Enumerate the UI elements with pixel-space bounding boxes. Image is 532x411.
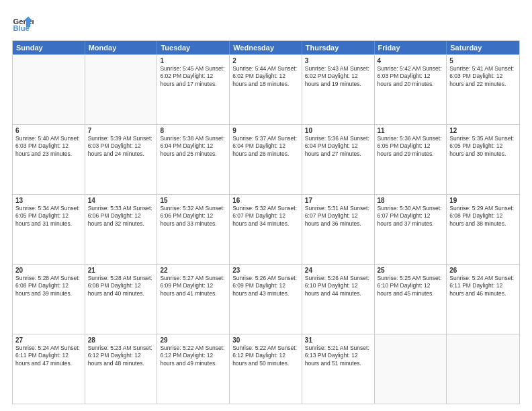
day-number: 10 [305, 127, 371, 134]
calendar-day-7: 7Sunrise: 5:39 AM Sunset: 6:03 PM Daylig… [85, 125, 158, 194]
day-of-week-thursday: Thursday [302, 41, 375, 54]
day-info: Sunrise: 5:39 AM Sunset: 6:03 PM Dayligh… [88, 135, 154, 158]
calendar-day-22: 22Sunrise: 5:27 AM Sunset: 6:09 PM Dayli… [157, 265, 230, 334]
calendar-day-16: 16Sunrise: 5:32 AM Sunset: 6:07 PM Dayli… [230, 195, 302, 264]
logo-icon: General Blue [12, 12, 34, 34]
day-info: Sunrise: 5:31 AM Sunset: 6:07 PM Dayligh… [305, 205, 371, 228]
calendar-day-12: 12Sunrise: 5:35 AM Sunset: 6:05 PM Dayli… [447, 125, 519, 194]
day-number: 7 [88, 127, 154, 134]
day-number: 14 [88, 197, 154, 204]
day-number: 29 [160, 336, 226, 344]
calendar-week-5: 27Sunrise: 5:24 AM Sunset: 6:11 PM Dayli… [13, 334, 519, 404]
page: General Blue SundayMondayTuesdayWednesda… [0, 0, 532, 411]
day-info: Sunrise: 5:37 AM Sunset: 6:04 PM Dayligh… [232, 135, 299, 158]
calendar-day-18: 18Sunrise: 5:30 AM Sunset: 6:07 PM Dayli… [375, 195, 447, 264]
day-of-week-sunday: Sunday [13, 41, 85, 54]
empty-cell [85, 55, 158, 124]
calendar-day-9: 9Sunrise: 5:37 AM Sunset: 6:04 PM Daylig… [230, 125, 302, 194]
calendar-day-27: 27Sunrise: 5:24 AM Sunset: 6:11 PM Dayli… [13, 334, 85, 404]
day-number: 24 [305, 267, 371, 274]
day-number: 6 [15, 127, 82, 134]
day-info: Sunrise: 5:28 AM Sunset: 6:08 PM Dayligh… [15, 275, 82, 298]
day-number: 9 [232, 127, 299, 134]
calendar: SundayMondayTuesdayWednesdayThursdayFrid… [12, 40, 520, 404]
day-number: 27 [15, 336, 82, 344]
day-info: Sunrise: 5:27 AM Sunset: 6:09 PM Dayligh… [160, 275, 226, 298]
calendar-day-10: 10Sunrise: 5:36 AM Sunset: 6:04 PM Dayli… [302, 125, 375, 194]
logo: General Blue [12, 12, 34, 34]
day-info: Sunrise: 5:44 AM Sunset: 6:02 PM Dayligh… [232, 65, 299, 88]
day-number: 12 [449, 127, 517, 134]
day-info: Sunrise: 5:36 AM Sunset: 6:05 PM Dayligh… [378, 135, 444, 158]
day-of-week-monday: Monday [85, 41, 158, 54]
calendar-day-30: 30Sunrise: 5:22 AM Sunset: 6:12 PM Dayli… [230, 334, 302, 404]
day-info: Sunrise: 5:29 AM Sunset: 6:08 PM Dayligh… [449, 205, 517, 228]
calendar-day-26: 26Sunrise: 5:24 AM Sunset: 6:11 PM Dayli… [447, 265, 519, 334]
day-number: 11 [378, 127, 444, 134]
day-info: Sunrise: 5:41 AM Sunset: 6:03 PM Dayligh… [449, 65, 517, 88]
day-info: Sunrise: 5:26 AM Sunset: 6:10 PM Dayligh… [305, 275, 371, 298]
calendar-week-3: 13Sunrise: 5:34 AM Sunset: 6:05 PM Dayli… [13, 194, 519, 264]
day-info: Sunrise: 5:32 AM Sunset: 6:06 PM Dayligh… [160, 205, 226, 228]
day-info: Sunrise: 5:43 AM Sunset: 6:02 PM Dayligh… [305, 65, 371, 88]
day-number: 3 [305, 57, 371, 64]
calendar-week-4: 20Sunrise: 5:28 AM Sunset: 6:08 PM Dayli… [13, 264, 519, 334]
day-number: 28 [88, 336, 154, 344]
calendar-day-25: 25Sunrise: 5:25 AM Sunset: 6:10 PM Dayli… [375, 265, 447, 334]
calendar-day-11: 11Sunrise: 5:36 AM Sunset: 6:05 PM Dayli… [375, 125, 447, 194]
calendar-day-17: 17Sunrise: 5:31 AM Sunset: 6:07 PM Dayli… [302, 195, 375, 264]
day-number: 13 [15, 197, 82, 204]
calendar-header: SundayMondayTuesdayWednesdayThursdayFrid… [13, 41, 519, 54]
calendar-day-4: 4Sunrise: 5:42 AM Sunset: 6:03 PM Daylig… [375, 55, 447, 124]
day-number: 23 [232, 267, 299, 274]
day-info: Sunrise: 5:28 AM Sunset: 6:08 PM Dayligh… [88, 275, 154, 298]
day-number: 30 [232, 336, 299, 344]
day-of-week-saturday: Saturday [447, 41, 519, 54]
day-info: Sunrise: 5:26 AM Sunset: 6:09 PM Dayligh… [232, 275, 299, 298]
calendar-day-1: 1Sunrise: 5:45 AM Sunset: 6:02 PM Daylig… [157, 55, 230, 124]
day-info: Sunrise: 5:36 AM Sunset: 6:04 PM Dayligh… [305, 135, 371, 158]
calendar-day-15: 15Sunrise: 5:32 AM Sunset: 6:06 PM Dayli… [157, 195, 230, 264]
day-info: Sunrise: 5:25 AM Sunset: 6:10 PM Dayligh… [378, 275, 444, 298]
empty-cell [13, 55, 85, 124]
calendar-body: 1Sunrise: 5:45 AM Sunset: 6:02 PM Daylig… [13, 54, 519, 404]
calendar-day-29: 29Sunrise: 5:22 AM Sunset: 6:12 PM Dayli… [157, 334, 230, 404]
calendar-day-20: 20Sunrise: 5:28 AM Sunset: 6:08 PM Dayli… [13, 265, 85, 334]
day-info: Sunrise: 5:38 AM Sunset: 6:04 PM Dayligh… [160, 135, 226, 158]
calendar-day-31: 31Sunrise: 5:21 AM Sunset: 6:13 PM Dayli… [302, 334, 375, 404]
day-number: 26 [449, 267, 517, 274]
day-info: Sunrise: 5:24 AM Sunset: 6:11 PM Dayligh… [449, 275, 517, 298]
day-info: Sunrise: 5:32 AM Sunset: 6:07 PM Dayligh… [232, 205, 299, 228]
day-number: 5 [449, 57, 517, 64]
day-number: 15 [160, 197, 226, 204]
calendar-week-2: 6Sunrise: 5:40 AM Sunset: 6:03 PM Daylig… [13, 124, 519, 194]
calendar-day-14: 14Sunrise: 5:33 AM Sunset: 6:06 PM Dayli… [85, 195, 158, 264]
day-of-week-friday: Friday [375, 41, 447, 54]
day-number: 2 [232, 57, 299, 64]
day-info: Sunrise: 5:45 AM Sunset: 6:02 PM Dayligh… [160, 65, 226, 88]
day-info: Sunrise: 5:35 AM Sunset: 6:05 PM Dayligh… [449, 135, 517, 158]
day-info: Sunrise: 5:22 AM Sunset: 6:12 PM Dayligh… [232, 345, 299, 367]
calendar-day-8: 8Sunrise: 5:38 AM Sunset: 6:04 PM Daylig… [157, 125, 230, 194]
calendar-day-24: 24Sunrise: 5:26 AM Sunset: 6:10 PM Dayli… [302, 265, 375, 334]
day-info: Sunrise: 5:40 AM Sunset: 6:03 PM Dayligh… [15, 135, 82, 158]
day-number: 1 [160, 57, 226, 64]
calendar-day-28: 28Sunrise: 5:23 AM Sunset: 6:12 PM Dayli… [85, 334, 158, 404]
day-info: Sunrise: 5:42 AM Sunset: 6:03 PM Dayligh… [378, 65, 444, 88]
day-info: Sunrise: 5:22 AM Sunset: 6:12 PM Dayligh… [160, 345, 226, 367]
day-number: 17 [305, 197, 371, 204]
day-info: Sunrise: 5:24 AM Sunset: 6:11 PM Dayligh… [15, 345, 82, 367]
calendar-week-1: 1Sunrise: 5:45 AM Sunset: 6:02 PM Daylig… [13, 54, 519, 124]
day-number: 4 [378, 57, 444, 64]
calendar-day-23: 23Sunrise: 5:26 AM Sunset: 6:09 PM Dayli… [230, 265, 302, 334]
day-info: Sunrise: 5:30 AM Sunset: 6:07 PM Dayligh… [378, 205, 444, 228]
day-of-week-tuesday: Tuesday [157, 41, 230, 54]
calendar-day-2: 2Sunrise: 5:44 AM Sunset: 6:02 PM Daylig… [230, 55, 302, 124]
calendar-day-3: 3Sunrise: 5:43 AM Sunset: 6:02 PM Daylig… [302, 55, 375, 124]
day-info: Sunrise: 5:33 AM Sunset: 6:06 PM Dayligh… [88, 205, 154, 228]
day-number: 18 [378, 197, 444, 204]
day-number: 21 [88, 267, 154, 274]
day-info: Sunrise: 5:34 AM Sunset: 6:05 PM Dayligh… [15, 205, 82, 228]
day-number: 20 [15, 267, 82, 274]
day-info: Sunrise: 5:21 AM Sunset: 6:13 PM Dayligh… [305, 345, 371, 367]
